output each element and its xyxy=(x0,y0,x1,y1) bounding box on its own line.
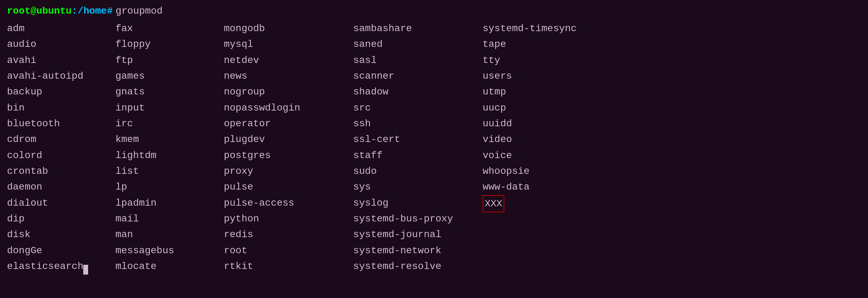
list-item: colord xyxy=(7,148,108,163)
list-item: list xyxy=(115,163,217,179)
list-item: input xyxy=(115,100,217,116)
list-item: postgres xyxy=(224,148,346,163)
list-item: avahi xyxy=(7,52,108,68)
list-item: messagebus xyxy=(115,243,217,258)
list-item: lightdm xyxy=(115,148,217,163)
list-item: tape xyxy=(483,36,584,52)
list-item: irc xyxy=(115,116,217,132)
list-item: systemd-network xyxy=(353,243,476,258)
list-item: dongGe xyxy=(7,243,108,258)
column-3: mongodbmysqlnetdevnewsnogroupnopasswdlog… xyxy=(224,21,353,275)
list-item: ftp xyxy=(115,52,217,68)
list-item: voice xyxy=(483,148,584,163)
list-item: systemd-journal xyxy=(353,227,476,242)
list-item: ssl-cert xyxy=(353,132,476,147)
list-item: sys xyxy=(353,179,476,195)
list-item: src xyxy=(353,100,476,116)
column-1: admaudioavahiavahi-autoipdbackupbinbluet… xyxy=(7,21,115,275)
list-item: sudo xyxy=(353,163,476,179)
list-item: fax xyxy=(115,21,217,36)
list-item: bin xyxy=(7,100,108,116)
list-item: disk xyxy=(7,227,108,242)
list-item: pulse-access xyxy=(224,195,346,211)
list-item: mail xyxy=(115,211,217,227)
column-4: sambasharesanedsaslscannershadowsrcsshss… xyxy=(353,21,483,275)
list-item: scanner xyxy=(353,68,476,84)
list-item: nopasswdlogin xyxy=(224,100,346,116)
list-item: shadow xyxy=(353,84,476,100)
list-item: backup xyxy=(7,84,108,100)
list-item: staff xyxy=(353,148,476,163)
list-item: ssh xyxy=(353,116,476,132)
list-item: video xyxy=(483,132,584,147)
list-item: systemd-timesync xyxy=(483,21,584,36)
list-item: crontab xyxy=(7,163,108,179)
list-item: cdrom xyxy=(7,132,108,147)
list-item: operator xyxy=(224,116,346,132)
column-5: systemd-timesynctapettyusersutmpuucpuuid… xyxy=(483,21,591,275)
list-item: dip xyxy=(7,211,108,227)
list-item: whoopsie xyxy=(483,163,584,179)
list-item: sasl xyxy=(353,52,476,68)
list-item: uucp xyxy=(483,100,584,116)
list-item: root xyxy=(224,243,346,258)
list-item: man xyxy=(115,227,217,242)
list-item: redis xyxy=(224,227,346,242)
list-item: www-data xyxy=(483,179,584,195)
list-item: systemd-resolve xyxy=(353,258,476,274)
list-item: mongodb xyxy=(224,21,346,36)
list-item: elasticsearch xyxy=(7,258,108,274)
list-item: tty xyxy=(483,52,584,68)
list-item: syslog xyxy=(353,195,476,211)
list-item: news xyxy=(224,68,346,84)
terminal-cursor xyxy=(83,265,88,275)
list-item: netdev xyxy=(224,52,346,68)
list-item: proxy xyxy=(224,163,346,179)
list-item: daemon xyxy=(7,179,108,195)
column-2: faxfloppyftpgamesgnatsinputirckmemlightd… xyxy=(115,21,224,275)
terminal-window: root@ubuntu :/home# groupmod admaudioava… xyxy=(7,3,861,275)
prompt-command: groupmod xyxy=(115,3,162,19)
list-item: pulse xyxy=(224,179,346,195)
list-item: systemd-bus-proxy xyxy=(353,211,476,227)
list-item: avahi-autoipd xyxy=(7,68,108,84)
list-item: rtkit xyxy=(224,258,346,274)
highlighted-item: XXX xyxy=(483,195,504,212)
list-item: python xyxy=(224,211,346,227)
prompt-path: :/home# xyxy=(72,3,113,19)
list-item: plugdev xyxy=(224,132,346,147)
list-item: gnats xyxy=(115,84,217,100)
list-item: mysql xyxy=(224,36,346,52)
list-item: uuidd xyxy=(483,116,584,132)
list-item: kmem xyxy=(115,132,217,147)
list-item: sambashare xyxy=(353,21,476,36)
list-item: bluetooth xyxy=(7,116,108,132)
list-item: adm xyxy=(7,21,108,36)
output-columns: admaudioavahiavahi-autoipdbackupbinbluet… xyxy=(7,21,861,275)
prompt-line: root@ubuntu :/home# groupmod xyxy=(7,3,861,19)
prompt-user: root@ubuntu xyxy=(7,3,72,19)
list-item: games xyxy=(115,68,217,84)
list-item: lp xyxy=(115,179,217,195)
list-item: mlocate xyxy=(115,258,217,274)
list-item: floppy xyxy=(115,36,217,52)
list-item: nogroup xyxy=(224,84,346,100)
list-item: XXX xyxy=(483,195,584,212)
list-item: audio xyxy=(7,36,108,52)
list-item: saned xyxy=(353,36,476,52)
list-item: lpadmin xyxy=(115,195,217,211)
list-item: utmp xyxy=(483,84,584,100)
list-item: users xyxy=(483,68,584,84)
list-item: dialout xyxy=(7,195,108,211)
